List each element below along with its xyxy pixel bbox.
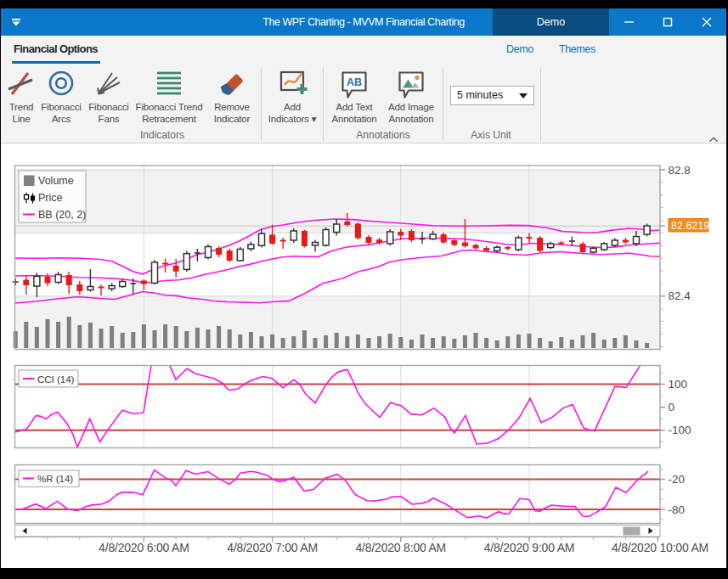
- svg-text:4/8/2020 9:00 AM: 4/8/2020 9:00 AM: [484, 541, 575, 554]
- svg-text:82.4: 82.4: [669, 290, 691, 302]
- svg-text:-20: -20: [669, 473, 686, 486]
- svg-text:Price: Price: [38, 192, 63, 204]
- svg-text:4/8/2020 6:00 AM: 4/8/2020 6:00 AM: [99, 541, 189, 554]
- svg-text:82.6219: 82.6219: [671, 220, 709, 232]
- svg-text:0: 0: [669, 401, 675, 413]
- svg-text:BB (20, 2): BB (20, 2): [38, 209, 86, 221]
- svg-text:4/8/2020 8:00 AM: 4/8/2020 8:00 AM: [356, 541, 447, 554]
- svg-text:82.8: 82.8: [669, 164, 691, 177]
- svg-text:CCI (14): CCI (14): [37, 374, 75, 385]
- svg-text:%R (14): %R (14): [37, 474, 73, 484]
- svg-text:4/8/2020 7:00 AM: 4/8/2020 7:00 AM: [227, 541, 318, 554]
- svg-text:4/8/2020 10:00 AM: 4/8/2020 10:00 AM: [612, 541, 708, 554]
- svg-text:-80: -80: [669, 503, 686, 516]
- svg-text:Volume: Volume: [38, 175, 74, 187]
- svg-text:100: 100: [669, 378, 688, 391]
- svg-text:-100: -100: [669, 424, 691, 436]
